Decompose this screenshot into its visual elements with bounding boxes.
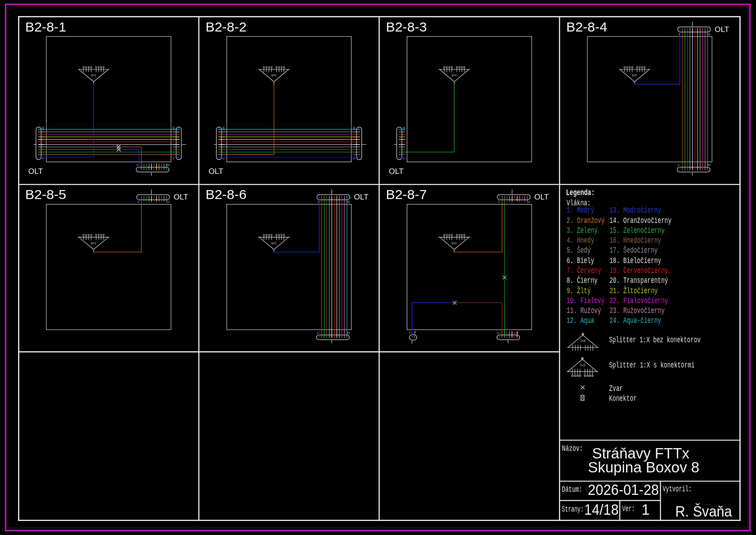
svg-text:B2-8-4: B2-8-4	[566, 19, 607, 34]
svg-text:1: 1	[317, 331, 319, 334]
svg-text:4. Hnedý: 4. Hnedý	[567, 236, 594, 245]
svg-text:12. Aqua: 12. Aqua	[567, 316, 594, 325]
svg-text:Splitter 1:X bez konektorov: Splitter 1:X bez konektorov	[609, 336, 701, 345]
svg-text:B2-8-3: B2-8-3	[386, 19, 427, 34]
svg-text:1x8: 1x8	[632, 73, 637, 77]
svg-text:22. Fialovočierny: 22. Fialovočierny	[609, 296, 668, 305]
svg-text:Strany:: Strany:	[562, 505, 584, 514]
svg-text:1x8: 1x8	[91, 73, 96, 77]
svg-text:12: 12	[166, 200, 170, 203]
svg-text:1x8: 1x8	[580, 364, 585, 367]
svg-text:Ver:: Ver:	[622, 504, 635, 513]
svg-text:OLT: OLT	[354, 193, 369, 201]
svg-text:16. Hnedočierny: 16. Hnedočierny	[609, 236, 661, 245]
svg-text:1: 1	[318, 200, 320, 203]
svg-text:1: 1	[353, 158, 356, 160]
svg-text:1x8: 1x8	[271, 241, 277, 245]
svg-text:B2-8-2: B2-8-2	[206, 19, 247, 34]
svg-text:12: 12	[42, 127, 45, 130]
svg-text:Konektor: Konektor	[609, 394, 637, 403]
svg-text:1: 1	[497, 331, 499, 334]
svg-text:B2-8-1: B2-8-1	[25, 19, 66, 34]
svg-text:20. Transparentný: 20. Transparentný	[609, 276, 668, 285]
svg-text:R. Švaňa: R. Švaňa	[675, 503, 733, 520]
svg-text:2: 2	[415, 330, 417, 333]
svg-text:12: 12	[222, 127, 225, 130]
svg-text:13. Modročierny: 13. Modročierny	[609, 206, 661, 215]
svg-text:1x8: 1x8	[452, 241, 457, 245]
svg-text:Splitter 1:X s konektormi: Splitter 1:X s konektormi	[609, 361, 695, 370]
svg-text:1x8: 1x8	[452, 73, 457, 77]
svg-text:12: 12	[353, 127, 356, 130]
svg-text:21. Žltočierny: 21. Žltočierny	[609, 286, 657, 295]
svg-text:23. Ružovočierny: 23. Ružovočierny	[609, 306, 665, 315]
svg-text:1x8: 1x8	[580, 340, 585, 343]
svg-text:12: 12	[403, 127, 406, 130]
svg-text:OLT: OLT	[389, 168, 404, 175]
svg-text:Dátum:: Dátum:	[562, 485, 582, 494]
svg-text:24. Aqua-čierny: 24. Aqua-čierny	[609, 316, 661, 325]
svg-text:B2-8-6: B2-8-6	[206, 187, 247, 202]
svg-text:1: 1	[42, 158, 45, 160]
svg-text:B2-8-7: B2-8-7	[386, 187, 427, 202]
svg-text:1: 1	[498, 200, 500, 203]
svg-text:5. Šedý: 5. Šedý	[567, 245, 591, 255]
svg-text:1: 1	[137, 200, 139, 203]
svg-text:1: 1	[222, 158, 225, 160]
svg-text:6. Biely: 6. Biely	[567, 256, 594, 265]
svg-text:7. Červený: 7. Červený	[567, 266, 601, 275]
svg-text:OLT: OLT	[534, 193, 549, 201]
svg-text:14/18: 14/18	[584, 501, 618, 518]
svg-text:2. Oranžový: 2. Oranžový	[567, 216, 604, 225]
svg-text:12: 12	[347, 200, 350, 203]
svg-text:Zvar: Zvar	[609, 384, 623, 393]
svg-text:12: 12	[347, 331, 350, 334]
svg-text:1: 1	[642, 501, 650, 518]
svg-text:Skupina Boxov 8: Skupina Boxov 8	[588, 459, 700, 476]
svg-text:14. Oranžovočierny: 14. Oranžovočierny	[609, 216, 671, 225]
svg-text:1: 1	[136, 163, 138, 166]
svg-text:3. Zelený: 3. Zelený	[567, 226, 598, 235]
svg-text:17. Šedočierny: 17. Šedočierny	[609, 245, 657, 255]
svg-text:Názov:: Názov:	[562, 444, 583, 453]
svg-text:8: 8	[517, 331, 518, 334]
svg-text:1. Modrý: 1. Modrý	[567, 206, 594, 215]
svg-text:Vytvoril:: Vytvoril:	[662, 485, 692, 494]
svg-text:1: 1	[172, 158, 176, 160]
svg-text:11. Ružový: 11. Ružový	[567, 306, 601, 315]
svg-text:12: 12	[707, 32, 711, 36]
svg-text:15. Zelenočierny: 15. Zelenočierny	[609, 226, 665, 235]
svg-text:1: 1	[409, 331, 411, 334]
svg-text:1x8: 1x8	[271, 73, 277, 77]
svg-text:1x8: 1x8	[91, 241, 96, 245]
svg-text:8. Čierny: 8. Čierny	[567, 276, 598, 285]
svg-text:OLT: OLT	[209, 168, 224, 175]
svg-text:10. Fialový: 10. Fialový	[567, 296, 604, 305]
svg-text:18. Bieločierny: 18. Bieločierny	[609, 256, 661, 265]
svg-text:OLT: OLT	[715, 26, 729, 33]
svg-text:1: 1	[403, 158, 406, 160]
svg-text:12: 12	[527, 200, 530, 203]
svg-text:12: 12	[707, 163, 711, 166]
svg-text:2026-01-28: 2026-01-28	[588, 481, 659, 498]
svg-text:OLT: OLT	[28, 168, 43, 175]
svg-text:1: 1	[678, 32, 680, 36]
svg-text:9. Žltý: 9. Žltý	[567, 286, 591, 295]
svg-text:Legenda:: Legenda:	[566, 188, 595, 198]
svg-text:B2-8-5: B2-8-5	[25, 187, 66, 202]
svg-text:OLT: OLT	[174, 193, 189, 201]
svg-text:19. Červenočierny: 19. Červenočierny	[609, 266, 668, 275]
svg-text:12: 12	[172, 127, 176, 130]
svg-text:1: 1	[678, 163, 680, 166]
svg-text:12: 12	[166, 163, 170, 166]
